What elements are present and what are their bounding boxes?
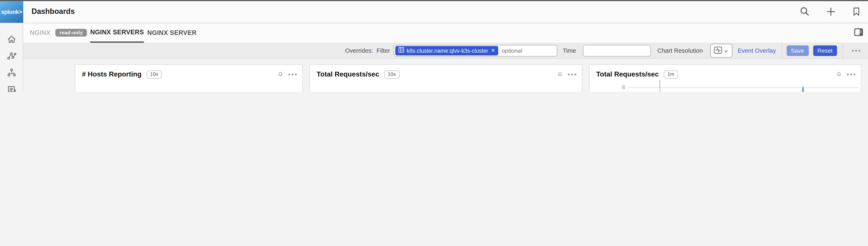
single-value: 3.30	[310, 85, 582, 92]
filter-chip-icon	[398, 47, 404, 54]
infrastructure-icon	[6, 67, 16, 80]
chart-title: # Hosts Reporting	[82, 71, 142, 78]
right-panel-toggle-icon[interactable]	[854, 28, 863, 38]
reset-button[interactable]: Reset	[813, 45, 837, 56]
single-value: 5	[75, 85, 302, 92]
filter-input[interactable]: k8s.cluster.name:qlvv-k3s-cluster ✕	[393, 45, 557, 56]
chart-more-icon[interactable]	[288, 73, 297, 75]
divider	[843, 43, 843, 58]
more-menu-icon[interactable]	[852, 50, 860, 51]
overrides-bar: Overrides: Filter k8s.cluster.name:qlvv-…	[23, 43, 868, 59]
event-overlay-link[interactable]: Event Overlay	[738, 47, 776, 54]
create-plus-icon[interactable]	[827, 7, 835, 16]
chart-resolution-label: Chart Resolution	[657, 47, 703, 54]
tab-nginx-servers[interactable]: NGINX SERVERS	[90, 23, 144, 43]
save-button[interactable]: Save	[786, 45, 809, 56]
chart-title: Total Requests/sec	[596, 71, 659, 78]
resolution-badge: 1m	[664, 70, 678, 78]
splunk-logo-text: splunk>	[1, 8, 22, 15]
filter-chip-text: k8s.cluster.name:qlvv-k3s-cluster	[407, 47, 488, 53]
apm-nodes-icon	[6, 51, 16, 63]
search-icon[interactable]	[800, 7, 809, 16]
alert-bell-icon[interactable]	[277, 69, 283, 79]
chip-close-icon[interactable]: ✕	[491, 48, 495, 53]
tab-nginx[interactable]: NGINX read-only	[30, 23, 87, 43]
chart-more-icon[interactable]	[847, 73, 855, 75]
sidebar-item-apm[interactable]	[0, 49, 23, 65]
left-nav-sidebar	[0, 23, 23, 92]
app-window: splunk> Dashboards NGINX read-only NGINX…	[0, 0, 868, 92]
sidebar-item-home[interactable]	[0, 32, 23, 49]
sidebar-item-log-observer[interactable]	[0, 82, 23, 92]
y-axis-ticks: 02468	[610, 84, 625, 92]
alert-bell-icon[interactable]	[836, 69, 842, 79]
dashboard-tab-bar: NGINX read-only NGINX SERVERS NGINX SERV…	[23, 23, 868, 43]
sidebar-item-infrastructure[interactable]	[0, 65, 23, 82]
page-title: Dashboards	[32, 7, 75, 16]
filter-label: Filter	[376, 47, 390, 54]
filter-optional-input[interactable]	[498, 47, 556, 54]
home-icon	[6, 34, 16, 47]
resolution-badge: 10s	[147, 70, 162, 78]
top-bar: splunk> Dashboards	[0, 0, 868, 23]
read-only-badge: read-only	[56, 29, 87, 36]
alert-bell-icon[interactable]	[557, 69, 563, 79]
resolution-badge: 10s	[384, 70, 400, 78]
filter-chip[interactable]: k8s.cluster.name:qlvv-k3s-cluster ✕	[395, 46, 498, 55]
card-hosts-reporting: # Hosts Reporting 10s 5 Thu 09 Dec 2021 …	[75, 64, 303, 92]
chart-resolution-dropdown[interactable]	[710, 44, 732, 57]
chevron-down-icon	[724, 47, 728, 54]
area-chart-canvas	[628, 84, 859, 92]
requests-area-chart[interactable]: requests 02468 14:0014:1014:2014:3014:40…	[628, 84, 859, 92]
splunk-logo[interactable]: splunk>	[0, 0, 23, 23]
overrides-label: Overrides:	[345, 47, 373, 54]
divider	[781, 43, 782, 58]
time-label: Time	[563, 47, 576, 54]
bookmark-icon[interactable]	[852, 7, 860, 16]
tab-nginx-label: NGINX	[30, 29, 51, 36]
pulse-icon	[714, 46, 723, 55]
card-total-requests-1m: Total Requests/sec 1m requests 02468 14:…	[589, 64, 861, 92]
card-total-requests-10s: Total Requests/sec 10s 3.30 Thu 09 Dec 2…	[310, 64, 583, 92]
tab-nginx-server[interactable]: NGINX SERVER	[147, 23, 196, 43]
chart-title: Total Requests/sec	[317, 71, 379, 78]
time-input[interactable]	[583, 45, 651, 56]
logs-icon	[6, 84, 16, 92]
chart-more-icon[interactable]	[568, 73, 576, 75]
